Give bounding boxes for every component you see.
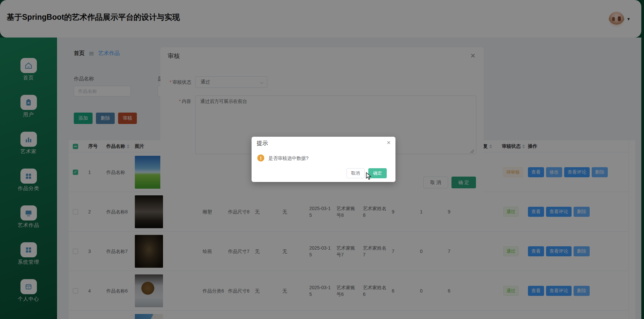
confirm-dialog: 提示 ✕ ! 是否审核选中数据? 取消 确定 xyxy=(252,137,395,182)
confirm-message: 是否审核选中数据? xyxy=(268,155,309,162)
warning-icon: ! xyxy=(257,154,264,162)
mouse-cursor xyxy=(366,172,373,180)
close-icon[interactable]: ✕ xyxy=(386,140,391,146)
confirm-dialog-title: 提示 xyxy=(257,139,268,147)
confirm-cancel-button[interactable]: 取消 xyxy=(346,168,365,178)
